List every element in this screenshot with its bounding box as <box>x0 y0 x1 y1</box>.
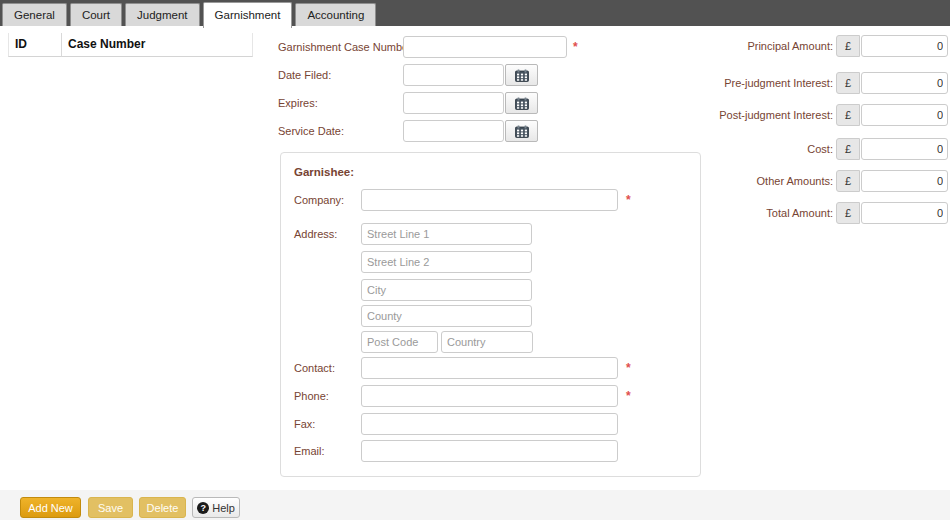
tab-judgment[interactable]: Judgment <box>125 3 200 26</box>
help-icon: ? <box>197 502 209 514</box>
amount-row-other: Other Amounts: £ <box>0 170 950 192</box>
amount-row-post-judgment: Post-judgment Interest: £ <box>0 104 950 126</box>
currency-symbol: £ <box>836 170 860 192</box>
currency-symbol: £ <box>836 72 860 94</box>
phone-input[interactable] <box>361 385 618 407</box>
other-amounts-label: Other Amounts: <box>757 170 833 192</box>
required-marker: * <box>626 385 631 407</box>
cost-input[interactable] <box>861 138 948 160</box>
address-post-code-input[interactable] <box>361 331 438 353</box>
pre-judgment-interest-input[interactable] <box>861 72 948 94</box>
help-button-label: Help <box>212 502 235 514</box>
post-judgment-interest-input[interactable] <box>861 104 948 126</box>
required-marker: * <box>626 357 631 379</box>
other-amounts-input[interactable] <box>861 170 948 192</box>
address-label: Address: <box>294 223 337 245</box>
tab-accounting[interactable]: Accounting <box>295 3 376 26</box>
amount-row-total: Total Amount: £ <box>0 202 950 224</box>
tab-garnishment[interactable]: Garnishment <box>203 2 293 28</box>
contact-label: Contact: <box>294 357 335 379</box>
tab-court[interactable]: Court <box>70 3 122 26</box>
garnishment-screen: General Court Judgment Garnishment Accou… <box>0 0 950 520</box>
currency-symbol: £ <box>836 138 860 160</box>
amount-row-cost: Cost: £ <box>0 138 950 160</box>
fax-input[interactable] <box>361 413 618 435</box>
currency-symbol: £ <box>836 104 860 126</box>
address-street1-input[interactable] <box>361 223 532 245</box>
calendar-icon <box>515 125 529 138</box>
save-button[interactable]: Save <box>88 497 133 518</box>
fax-label: Fax: <box>294 413 315 435</box>
email-label: Email: <box>294 440 325 462</box>
delete-button[interactable]: Delete <box>139 497 186 518</box>
address-county-input[interactable] <box>361 305 532 327</box>
address-country-input[interactable] <box>441 331 533 353</box>
principal-amount-label: Principal Amount: <box>747 35 833 57</box>
email-input[interactable] <box>361 440 618 462</box>
help-button[interactable]: ? Help <box>192 497 240 518</box>
footer-bar: Add New Save Delete ? Help <box>0 490 950 520</box>
amount-row-principal: Principal Amount: £ <box>0 35 950 57</box>
address-city-input[interactable] <box>361 279 532 301</box>
cost-label: Cost: <box>807 138 833 160</box>
address-street2-input[interactable] <box>361 251 532 273</box>
amount-row-pre-judgment: Pre-judgment Interest: £ <box>0 72 950 94</box>
pre-judgment-interest-label: Pre-judgment Interest: <box>724 72 833 94</box>
add-new-button[interactable]: Add New <box>20 497 81 518</box>
contact-input[interactable] <box>361 357 618 379</box>
currency-symbol: £ <box>836 202 860 224</box>
tab-general[interactable]: General <box>2 3 67 26</box>
post-judgment-interest-label: Post-judgment Interest: <box>719 104 833 126</box>
principal-amount-input[interactable] <box>861 35 948 57</box>
phone-label: Phone: <box>294 385 329 407</box>
garnishee-section: Garnishee: Company: * Address: Contact: … <box>280 152 701 477</box>
total-amount-label: Total Amount: <box>766 202 833 224</box>
total-amount-input[interactable] <box>861 202 948 224</box>
tab-bar: General Court Judgment Garnishment Accou… <box>0 0 950 26</box>
currency-symbol: £ <box>836 35 860 57</box>
